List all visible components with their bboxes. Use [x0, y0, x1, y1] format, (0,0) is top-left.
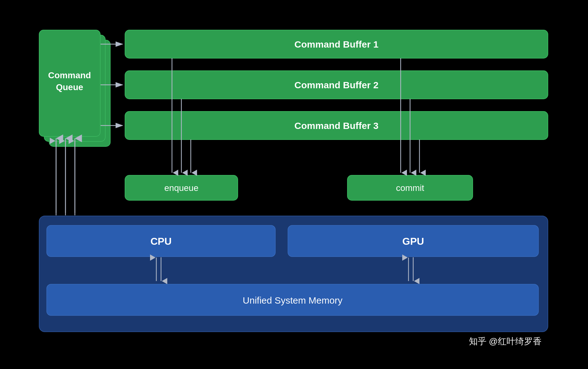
svg-text:Command Buffer 1: Command Buffer 1 — [294, 39, 378, 49]
svg-text:Command Buffer 2: Command Buffer 2 — [294, 80, 378, 90]
svg-text:commit: commit — [396, 183, 424, 193]
svg-text:Unified System Memory: Unified System Memory — [242, 295, 342, 305]
svg-text:enqueue: enqueue — [164, 183, 198, 193]
diagram-container: Command Queue Command Buffer 1 Command B… — [28, 19, 560, 351]
svg-text:GPU: GPU — [402, 236, 424, 247]
svg-text:Queue: Queue — [56, 82, 83, 92]
svg-text:知乎 @红叶绮罗香: 知乎 @红叶绮罗香 — [469, 336, 541, 346]
svg-text:Command Buffer 3: Command Buffer 3 — [294, 120, 378, 131]
svg-text:Command: Command — [48, 70, 91, 80]
svg-text:CPU: CPU — [150, 236, 172, 247]
